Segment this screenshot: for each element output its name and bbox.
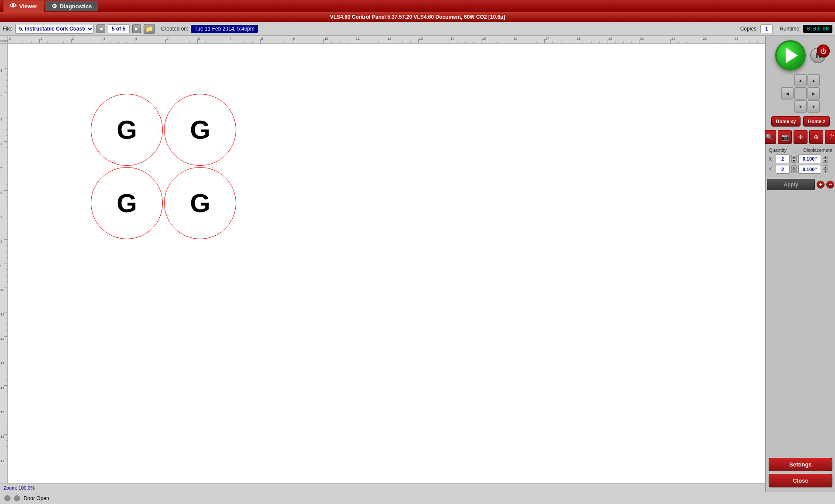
timer-icon: ⏱ [829,134,835,141]
tool-camera-button[interactable]: 📷 [778,130,792,144]
tool-crosshair-button[interactable]: ✛ [794,130,808,144]
qty-x-label: X [769,156,774,161]
canvas-with-ruler: 1234567891011121314151617 GGGG [0,44,765,483]
apply-row: Apply + − [767,179,834,190]
tool-row: 🔍 📷 ✛ ⊕ ⏱ [762,130,835,144]
ruler-unit-label: inches [0,39,8,42]
search-icon: 🔍 [766,134,773,141]
power-button[interactable]: ⏻ [817,45,830,58]
minus-button[interactable]: − [826,181,834,189]
quantity-label: Quantity [769,147,787,153]
play-icon [786,48,798,63]
status-light-1 [4,495,10,501]
file-label: File: [3,26,13,32]
open-folder-button[interactable]: 📁 [144,24,155,34]
main-area: inches 012345678910111213141516171819202… [0,36,835,492]
titlebar: 👁 Viewer ⚙ Diagnostics [0,0,835,12]
camera-icon: 📷 [781,134,789,141]
white-canvas: GGGG [8,44,765,483]
circle-c1: G [91,94,163,166]
diag-icon: ⚙ [52,3,57,10]
circle-c2: G [164,94,236,166]
qty-y-up-button[interactable]: ▲ [791,165,797,169]
disp-x-value: 0.100" [798,154,821,163]
dpad-down-button[interactable]: ▼ [794,100,807,113]
qty-x-row: X ▲ ▼ 0.100" ▲ ▼ [769,154,832,163]
dpad: ▲ ▲ ◀ ▶ ▼ ▼ [781,74,820,113]
next-page-button[interactable]: ▶ [132,24,141,33]
dpad-up-right-button[interactable]: ▲ [808,74,820,86]
qty-x-up-button[interactable]: ▲ [791,155,797,159]
circle-c4: G [164,167,236,239]
settings-button[interactable]: Settings [769,458,832,471]
displacement-label: Displacement [803,147,832,153]
dpad-empty-tl [781,74,794,86]
dpad-left-button[interactable]: ◀ [781,87,794,99]
statusbar: Door Open [0,492,835,504]
qty-y-down-button[interactable]: ▼ [791,169,797,173]
bottom-buttons: Settings Close [769,458,832,487]
disp-y-down-button[interactable]: ▼ [823,169,828,173]
qty-x-input[interactable] [776,154,790,163]
runtime-value: 0:00:00 [803,25,832,33]
disp-y-value: 0.100" [798,165,821,174]
apply-button[interactable]: Apply [767,179,815,190]
tab-diagnostics[interactable]: ⚙ Diagnostics [45,1,98,11]
tab-viewer[interactable]: 👁 Viewer [3,0,44,12]
appbar: VLS4.60 Control Panel 5.37.57.20 VLS4.60… [0,12,835,22]
door-status: Door Open [24,495,49,501]
qd-header: Quantity Displacement [769,147,832,153]
home-xy-button[interactable]: Home xy [771,116,801,127]
zoom-label: Zoom: 100.0% [3,485,35,490]
created-label: Created on: [161,26,189,32]
dpad-empty-bl [781,100,794,113]
qty-x-spinners: ▲ ▼ [791,155,797,163]
dpad-center-button [794,87,807,99]
zoom-bar: Zoom: 100.0% [0,483,765,492]
play-button[interactable] [775,40,806,71]
plus-button[interactable]: + [817,181,825,189]
qty-x-down-button[interactable]: ▼ [791,159,797,163]
prev-page-button[interactable]: ◀ [96,24,105,33]
home-z-button[interactable]: Home z [803,116,830,127]
copies-label: Copies: [740,26,758,32]
ruler-top: 01234567891011121314151617181920212223 [8,36,765,43]
disp-x-down-button[interactable]: ▼ [823,159,828,163]
right-panel: ⏻ ▲ ▲ ◀ ▶ ▼ ▼ Home xy Home z 🔍 📷 [765,36,835,492]
qty-y-label: Y [769,167,774,172]
circle-c3: G [91,167,163,239]
disp-y-spinners: ▲ ▼ [823,165,828,173]
file-select[interactable]: 5. Instructable Cork Coaster [15,24,94,34]
home-row: Home xy Home z [771,116,830,127]
disp-x-spinners: ▲ ▼ [823,155,828,163]
close-button[interactable]: Close [769,474,832,487]
disp-x-up-button[interactable]: ▲ [823,155,828,159]
runtime-label: Runtime: [780,26,801,32]
play-pause-row: ⏻ [769,40,832,71]
status-light-2 [14,495,20,501]
appbar-title: VLS4.60 Control Panel 5.37.57.20 VLS4.60… [330,14,505,20]
power-icon: ⏻ [820,48,826,55]
dpad-down-right-button[interactable]: ▼ [808,100,820,113]
created-value: Tue 11 Feb 2014, 5:46pm [191,25,258,33]
dpad-right-button[interactable]: ▶ [808,87,820,99]
eye-icon: 👁 [10,2,17,10]
dpad-up-button[interactable]: ▲ [794,74,807,86]
tool-timer-button[interactable]: ⏱ [825,130,835,144]
quantity-displacement-section: Quantity Displacement X ▲ ▼ 0.100" ▲ ▼ [769,147,832,175]
tool-target-button[interactable]: ⊕ [809,130,823,144]
qty-y-input[interactable] [776,165,790,174]
toolbar: File: 5. Instructable Cork Coaster ◀ 5 o… [0,22,835,36]
qty-y-spinners: ▲ ▼ [791,165,797,173]
canvas-area: inches 012345678910111213141516171819202… [0,36,765,492]
copies-value[interactable]: 1 [760,24,773,33]
qty-y-row: Y ▲ ▼ 0.100" ▲ ▼ [769,165,832,174]
ruler-left: 1234567891011121314151617 [0,44,8,483]
target-icon: ⊕ [814,134,819,141]
disp-y-up-button[interactable]: ▲ [823,165,828,169]
page-indicator: 5 of 5 [108,24,130,33]
crosshair-icon: ✛ [798,134,803,141]
